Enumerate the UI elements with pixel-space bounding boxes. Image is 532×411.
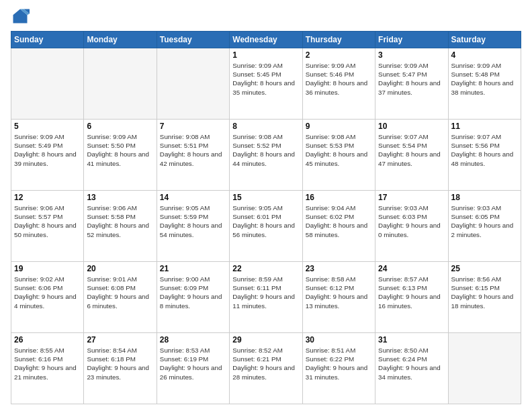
- calendar-cell: 9Sunrise: 9:08 AMSunset: 5:53 PMDaylight…: [302, 120, 375, 191]
- calendar-cell: 1Sunrise: 9:09 AMSunset: 5:45 PMDaylight…: [230, 48, 302, 120]
- weekday-header-saturday: Saturday: [448, 32, 521, 48]
- calendar-week-4: 19Sunrise: 9:02 AMSunset: 6:06 PMDayligh…: [11, 262, 521, 333]
- page: SundayMondayTuesdayWednesdayThursdayFrid…: [0, 0, 532, 411]
- day-info: Sunrise: 9:06 AMSunset: 5:57 PMDaylight:…: [14, 203, 81, 239]
- day-number: 14: [160, 193, 226, 202]
- day-number: 6: [87, 122, 153, 131]
- day-number: 12: [14, 193, 81, 202]
- day-info: Sunrise: 9:00 AMSunset: 6:09 PMDaylight:…: [160, 275, 226, 310]
- calendar-cell: 20Sunrise: 9:01 AMSunset: 6:08 PMDayligh…: [84, 262, 157, 333]
- day-number: 31: [378, 335, 445, 345]
- calendar-cell: 5Sunrise: 9:09 AMSunset: 5:49 PMDaylight…: [11, 120, 84, 191]
- day-number: 24: [378, 264, 445, 273]
- calendar-cell: 21Sunrise: 9:00 AMSunset: 6:09 PMDayligh…: [157, 262, 229, 333]
- day-info: Sunrise: 9:06 AMSunset: 5:58 PMDaylight:…: [87, 203, 153, 239]
- day-number: 25: [451, 264, 518, 273]
- day-number: 4: [451, 50, 518, 60]
- calendar-cell: [84, 48, 157, 120]
- day-info: Sunrise: 8:57 AMSunset: 6:13 PMDaylight:…: [378, 275, 445, 310]
- day-info: Sunrise: 8:58 AMSunset: 6:12 PMDaylight:…: [306, 275, 372, 310]
- day-info: Sunrise: 9:08 AMSunset: 5:52 PMDaylight:…: [232, 132, 299, 168]
- day-info: Sunrise: 9:07 AMSunset: 5:56 PMDaylight:…: [451, 132, 518, 168]
- calendar-cell: 28Sunrise: 8:53 AMSunset: 6:19 PMDayligh…: [157, 333, 229, 404]
- calendar-cell: 13Sunrise: 9:06 AMSunset: 5:58 PMDayligh…: [84, 191, 157, 262]
- calendar-cell: 25Sunrise: 8:56 AMSunset: 6:15 PMDayligh…: [448, 262, 521, 333]
- day-number: 20: [87, 264, 153, 273]
- day-info: Sunrise: 9:09 AMSunset: 5:48 PMDaylight:…: [451, 61, 518, 97]
- calendar-cell: 30Sunrise: 8:51 AMSunset: 6:22 PMDayligh…: [302, 333, 375, 404]
- day-info: Sunrise: 9:05 AMSunset: 5:59 PMDaylight:…: [160, 203, 226, 239]
- day-info: Sunrise: 8:51 AMSunset: 6:22 PMDaylight:…: [306, 346, 372, 381]
- weekday-header-friday: Friday: [375, 32, 448, 48]
- day-number: 9: [306, 122, 372, 131]
- calendar-cell: [11, 48, 84, 120]
- calendar-week-1: 1Sunrise: 9:09 AMSunset: 5:45 PMDaylight…: [11, 48, 521, 120]
- calendar-week-3: 12Sunrise: 9:06 AMSunset: 5:57 PMDayligh…: [11, 191, 521, 262]
- calendar-cell: 27Sunrise: 8:54 AMSunset: 6:18 PMDayligh…: [84, 333, 157, 404]
- day-info: Sunrise: 9:09 AMSunset: 5:49 PMDaylight:…: [14, 132, 81, 168]
- weekday-header-row: SundayMondayTuesdayWednesdayThursdayFrid…: [11, 32, 521, 48]
- day-info: Sunrise: 8:54 AMSunset: 6:18 PMDaylight:…: [87, 346, 153, 381]
- weekday-header-sunday: Sunday: [11, 32, 84, 48]
- calendar-cell: 8Sunrise: 9:08 AMSunset: 5:52 PMDaylight…: [230, 120, 302, 191]
- day-number: 26: [14, 335, 81, 345]
- calendar-cell: 3Sunrise: 9:09 AMSunset: 5:47 PMDaylight…: [375, 48, 448, 120]
- calendar-cell: 11Sunrise: 9:07 AMSunset: 5:56 PMDayligh…: [448, 120, 521, 191]
- calendar-cell: 24Sunrise: 8:57 AMSunset: 6:13 PMDayligh…: [375, 262, 448, 333]
- calendar-cell: 2Sunrise: 9:09 AMSunset: 5:46 PMDaylight…: [302, 48, 375, 120]
- calendar-cell: 23Sunrise: 8:58 AMSunset: 6:12 PMDayligh…: [302, 262, 375, 333]
- calendar-cell: 26Sunrise: 8:55 AMSunset: 6:16 PMDayligh…: [11, 333, 84, 404]
- day-info: Sunrise: 8:56 AMSunset: 6:15 PMDaylight:…: [451, 275, 518, 310]
- day-number: 30: [306, 335, 372, 345]
- day-number: 19: [14, 264, 81, 273]
- day-info: Sunrise: 9:08 AMSunset: 5:51 PMDaylight:…: [160, 132, 226, 168]
- day-info: Sunrise: 9:03 AMSunset: 6:03 PMDaylight:…: [378, 203, 445, 239]
- day-info: Sunrise: 9:08 AMSunset: 5:53 PMDaylight:…: [306, 132, 372, 168]
- day-info: Sunrise: 9:04 AMSunset: 6:02 PMDaylight:…: [306, 203, 372, 239]
- day-number: 27: [87, 335, 153, 345]
- day-number: 13: [87, 193, 153, 202]
- day-number: 22: [232, 264, 299, 273]
- day-number: 28: [160, 335, 226, 345]
- weekday-header-wednesday: Wednesday: [230, 32, 302, 48]
- calendar-cell: 31Sunrise: 8:50 AMSunset: 6:24 PMDayligh…: [375, 333, 448, 404]
- day-info: Sunrise: 8:50 AMSunset: 6:24 PMDaylight:…: [378, 346, 445, 381]
- calendar-cell: 16Sunrise: 9:04 AMSunset: 6:02 PMDayligh…: [302, 191, 375, 262]
- calendar-table: SundayMondayTuesdayWednesdayThursdayFrid…: [11, 31, 521, 404]
- calendar-cell: 14Sunrise: 9:05 AMSunset: 5:59 PMDayligh…: [157, 191, 229, 262]
- calendar-cell: 15Sunrise: 9:05 AMSunset: 6:01 PMDayligh…: [230, 191, 302, 262]
- day-number: 5: [14, 122, 81, 131]
- day-info: Sunrise: 9:09 AMSunset: 5:45 PMDaylight:…: [232, 61, 299, 97]
- day-number: 1: [232, 50, 299, 60]
- day-number: 11: [451, 122, 518, 131]
- day-number: 21: [160, 264, 226, 273]
- day-info: Sunrise: 8:55 AMSunset: 6:16 PMDaylight:…: [14, 346, 81, 381]
- day-info: Sunrise: 9:09 AMSunset: 5:46 PMDaylight:…: [306, 61, 372, 97]
- day-info: Sunrise: 9:02 AMSunset: 6:06 PMDaylight:…: [14, 275, 81, 310]
- day-info: Sunrise: 9:05 AMSunset: 6:01 PMDaylight:…: [232, 203, 299, 239]
- day-number: 23: [306, 264, 372, 273]
- day-info: Sunrise: 9:09 AMSunset: 5:47 PMDaylight:…: [378, 61, 445, 97]
- calendar-cell: 29Sunrise: 8:52 AMSunset: 6:21 PMDayligh…: [230, 333, 302, 404]
- weekday-header-monday: Monday: [84, 32, 157, 48]
- calendar-cell: 18Sunrise: 9:03 AMSunset: 6:05 PMDayligh…: [448, 191, 521, 262]
- calendar-cell: 7Sunrise: 9:08 AMSunset: 5:51 PMDaylight…: [157, 120, 229, 191]
- logo: [11, 7, 32, 26]
- day-number: 16: [306, 193, 372, 202]
- weekday-header-tuesday: Tuesday: [157, 32, 229, 48]
- day-number: 7: [160, 122, 226, 131]
- calendar-cell: 6Sunrise: 9:09 AMSunset: 5:50 PMDaylight…: [84, 120, 157, 191]
- day-info: Sunrise: 8:59 AMSunset: 6:11 PMDaylight:…: [232, 275, 299, 310]
- calendar-cell: 17Sunrise: 9:03 AMSunset: 6:03 PMDayligh…: [375, 191, 448, 262]
- day-number: 18: [451, 193, 518, 202]
- day-number: 8: [232, 122, 299, 131]
- calendar-cell: 4Sunrise: 9:09 AMSunset: 5:48 PMDaylight…: [448, 48, 521, 120]
- calendar-cell: 10Sunrise: 9:07 AMSunset: 5:54 PMDayligh…: [375, 120, 448, 191]
- day-info: Sunrise: 9:03 AMSunset: 6:05 PMDaylight:…: [451, 203, 518, 239]
- calendar-week-2: 5Sunrise: 9:09 AMSunset: 5:49 PMDaylight…: [11, 120, 521, 191]
- day-number: 29: [232, 335, 299, 345]
- calendar-cell: 22Sunrise: 8:59 AMSunset: 6:11 PMDayligh…: [230, 262, 302, 333]
- weekday-header-thursday: Thursday: [302, 32, 375, 48]
- logo-icon: [11, 7, 30, 26]
- calendar-cell: 12Sunrise: 9:06 AMSunset: 5:57 PMDayligh…: [11, 191, 84, 262]
